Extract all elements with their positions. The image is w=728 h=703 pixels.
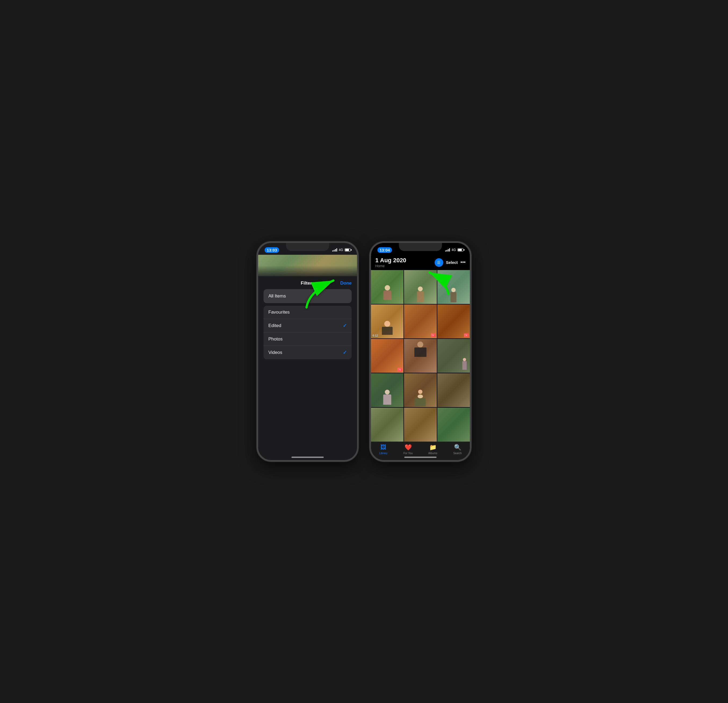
filter-edited[interactable]: Edited ✓ xyxy=(264,319,352,333)
filter-photos-label: Photos xyxy=(269,336,283,342)
for-you-icon: ❤️ xyxy=(404,444,412,451)
tab-search[interactable]: 🔍 Search xyxy=(445,444,470,455)
phone-2-screen: 13:04 4G 1 Aug 2020 Home xyxy=(371,243,470,460)
filter-options-group: Favourites Edited ✓ Photos Videos ✓ xyxy=(264,306,352,359)
grid-cell-9[interactable] xyxy=(437,339,470,373)
volume-up-button-2[interactable] xyxy=(369,289,370,305)
volume-down-button-2[interactable] xyxy=(369,307,370,324)
search-icon: 🔍 xyxy=(454,444,461,451)
time-display-2: 13:04 xyxy=(377,247,392,253)
network-label: 4G xyxy=(339,248,343,252)
library-label: Library xyxy=(379,452,388,455)
albums-label: Albums xyxy=(428,452,437,455)
filters-title: Filters xyxy=(300,281,314,286)
signal-icon-2 xyxy=(445,248,450,252)
mute-button[interactable] xyxy=(257,275,257,284)
filters-screen: 13:03 4G Filters Done xyxy=(258,243,357,460)
tab-library[interactable]: 🖼 Library xyxy=(371,444,396,455)
edited-checkmark: ✓ xyxy=(343,323,347,329)
album-title-block: 1 Aug 2020 Home xyxy=(375,257,406,268)
status-icons: 4G xyxy=(332,248,351,252)
all-items-label: All Items xyxy=(269,294,286,299)
grid-cell-4[interactable]: 0:12 xyxy=(371,304,403,338)
notch xyxy=(286,243,329,251)
grid-cell-2[interactable] xyxy=(404,270,436,304)
all-items-option[interactable]: All Items xyxy=(264,289,352,303)
grid-cell-12[interactable] xyxy=(437,373,470,407)
mute-button-2[interactable] xyxy=(369,275,370,284)
video-duration: 0:12 xyxy=(373,334,378,337)
album-date: 1 Aug 2020 xyxy=(375,257,406,264)
filter-edited-label: Edited xyxy=(269,323,281,328)
filter-lines-icon: ☰ xyxy=(437,260,441,265)
phone-2: 13:04 4G 1 Aug 2020 Home xyxy=(369,241,471,462)
edit-badge-5: ✎ xyxy=(431,334,436,337)
home-indicator xyxy=(292,457,324,458)
tab-albums[interactable]: 📁 Albums xyxy=(420,444,445,455)
filter-photos[interactable]: Photos xyxy=(264,333,352,346)
battery-icon-2 xyxy=(458,248,464,252)
select-button[interactable]: Select xyxy=(446,260,458,265)
more-button[interactable]: ••• xyxy=(461,260,465,265)
home-indicator-2 xyxy=(404,457,436,458)
signal-icon xyxy=(332,248,337,252)
phone-1-screen: 13:03 4G Filters Done xyxy=(258,243,357,460)
power-button-2[interactable] xyxy=(471,286,471,310)
volume-down-button[interactable] xyxy=(257,307,257,324)
photos-screen: 13:04 4G 1 Aug 2020 Home xyxy=(371,243,470,460)
for-you-label: For You xyxy=(403,452,413,455)
filter-videos-label: Videos xyxy=(269,350,282,355)
time-display: 13:03 xyxy=(264,247,279,253)
photo-peek xyxy=(258,255,357,276)
grid-cell-14[interactable] xyxy=(404,408,436,441)
filter-favourites-label: Favourites xyxy=(269,310,290,315)
grid-cell-8[interactable] xyxy=(404,339,436,373)
photo-grid: 0:12 ✎ ✎ xyxy=(371,270,470,441)
notch-2 xyxy=(399,243,442,251)
power-button[interactable] xyxy=(358,286,359,310)
grid-cell-1[interactable] xyxy=(371,270,403,304)
grid-cell-10[interactable] xyxy=(371,373,403,407)
grid-cell-3[interactable] xyxy=(437,270,470,304)
header-actions: ☰ Select ••• xyxy=(435,258,465,267)
phone-1: 13:03 4G Filters Done xyxy=(257,241,359,462)
edit-badge-6: ✎ xyxy=(464,334,469,337)
grid-cell-5[interactable]: ✎ xyxy=(404,304,436,338)
battery-icon xyxy=(345,248,351,252)
grid-cell-6[interactable]: ✎ xyxy=(437,304,470,338)
tab-for-you[interactable]: ❤️ For You xyxy=(396,444,420,455)
filter-videos[interactable]: Videos ✓ xyxy=(264,346,352,359)
volume-up-button[interactable] xyxy=(257,289,257,305)
filters-header: Filters Done xyxy=(264,276,352,289)
grid-cell-11[interactable] xyxy=(404,373,436,407)
photos-header: 1 Aug 2020 Home ☰ Select ••• xyxy=(371,255,470,270)
grid-cell-7[interactable]: ✎ xyxy=(371,339,403,373)
videos-checkmark: ✓ xyxy=(343,350,347,356)
filter-button[interactable]: ☰ xyxy=(435,258,443,267)
albums-icon: 📁 xyxy=(429,444,436,451)
status-icons-2: 4G xyxy=(445,248,464,252)
search-label: Search xyxy=(453,452,462,455)
grid-cell-15[interactable] xyxy=(437,408,470,441)
network-label-2: 4G xyxy=(452,248,456,252)
grid-cell-13[interactable] xyxy=(371,408,403,441)
done-button[interactable]: Done xyxy=(340,281,352,286)
edit-badge-7: ✎ xyxy=(397,368,402,372)
library-icon: 🖼 xyxy=(380,444,386,451)
filters-panel: Filters Done All Items Favourites Edited… xyxy=(258,276,357,359)
album-subtitle: Home xyxy=(375,264,406,268)
filter-favourites[interactable]: Favourites xyxy=(264,306,352,319)
